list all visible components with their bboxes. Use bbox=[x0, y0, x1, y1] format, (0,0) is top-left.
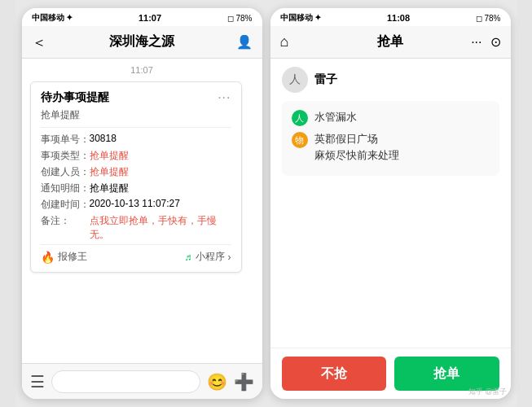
order-number-value: 30818 bbox=[90, 133, 117, 147]
field-creator: 创建人员： 抢单提醒 bbox=[41, 165, 231, 179]
right-status-bar: 中国移动 ✦ 11:08 ◻ 78% bbox=[270, 8, 511, 26]
mini-program-label: 小程序 bbox=[196, 250, 225, 264]
footer-app-name: 🔥 报修王 bbox=[41, 250, 87, 264]
avatar-icon: 人 bbox=[289, 72, 301, 87]
right-carrier: 中国移动 ✦ bbox=[280, 12, 322, 24]
person-name: 雷子 bbox=[314, 72, 337, 87]
avatar: 人 bbox=[282, 67, 308, 93]
right-nav-title: 抢单 bbox=[377, 33, 403, 50]
note-value: 点我立即抢单，手快有，手慢无。 bbox=[90, 214, 231, 242]
back-button[interactable]: ＜ bbox=[32, 33, 46, 52]
field-type: 事项类型： 抢单提醒 bbox=[41, 149, 231, 163]
chat-input-bar: ☰ 😊 ➕ bbox=[22, 363, 262, 399]
chat-content: 11:07 待办事项提醒 ··· 抢单提醒 事项单号： 30818 事项类型： … bbox=[22, 59, 262, 363]
message-menu[interactable]: ··· bbox=[218, 90, 231, 105]
grab-content: 人 雷子 人 水管漏水 物 英郡假日广场麻烦尽快前来处理 bbox=[270, 59, 511, 348]
type-label: 事项类型： bbox=[41, 149, 90, 163]
message-title: 待办事项提醒 bbox=[41, 90, 109, 105]
field-time: 创建时间： 2020-10-13 11:07:27 bbox=[41, 198, 231, 212]
message-header: 待办事项提醒 ··· bbox=[41, 90, 231, 105]
message-subtitle: 抢单提醒 bbox=[41, 108, 231, 122]
home-button[interactable]: ⌂ bbox=[280, 33, 289, 50]
type-value: 抢单提醒 bbox=[90, 149, 129, 163]
left-time: 11:07 bbox=[138, 13, 161, 23]
detail-row-service: 人 水管漏水 bbox=[292, 109, 490, 126]
no-grab-button[interactable]: 不抢 bbox=[282, 357, 387, 391]
location-icon: 物 bbox=[292, 132, 308, 148]
field-order-number: 事项单号： 30818 bbox=[41, 133, 231, 147]
left-nav-bar: ＜ 深圳海之源 👤 bbox=[22, 26, 262, 59]
watermark: 知乎 @雷子 bbox=[468, 387, 508, 397]
yes-grab-button[interactable]: 抢单 bbox=[394, 357, 499, 391]
fire-icon: 🔥 bbox=[41, 251, 55, 264]
time-value: 2020-10-13 11:07:27 bbox=[90, 198, 180, 212]
field-notify: 通知明细： 抢单提醒 bbox=[41, 182, 231, 195]
left-nav-title: 深圳海之源 bbox=[109, 33, 174, 50]
message-bubble[interactable]: 待办事项提醒 ··· 抢单提醒 事项单号： 30818 事项类型： 抢单提醒 创… bbox=[30, 81, 242, 273]
profile-icon[interactable]: 👤 bbox=[236, 34, 253, 50]
field-note: 备注： 点我立即抢单，手快有，手慢无。 bbox=[41, 214, 231, 242]
right-battery: ◻ 78% bbox=[476, 14, 501, 23]
left-phone: 中国移动 ✦ 11:07 ◻ 78% ＜ 深圳海之源 👤 11:07 待办事项提… bbox=[22, 8, 262, 399]
location-text: 英郡假日广场麻烦尽快前来处理 bbox=[314, 131, 399, 163]
bubble-footer: 🔥 报修王 ♬ 小程序 › bbox=[41, 244, 231, 264]
arrow-icon: › bbox=[228, 252, 231, 263]
left-carrier: 中国移动 ✦ bbox=[32, 12, 73, 24]
service-icon: 人 bbox=[292, 110, 308, 126]
right-phone: 中国移动 ✦ 11:08 ◻ 78% ⌂ 抢单 ··· ⊙ 人 雷子 人 bbox=[270, 8, 511, 399]
add-icon[interactable]: ➕ bbox=[234, 372, 254, 392]
right-time: 11:08 bbox=[387, 13, 410, 23]
detail-card: 人 水管漏水 物 英郡假日广场麻烦尽快前来处理 bbox=[282, 101, 499, 176]
left-battery: ◻ 78% bbox=[227, 14, 253, 23]
note-label: 备注： bbox=[41, 214, 90, 242]
left-status-bar: 中国移动 ✦ 11:07 ◻ 78% bbox=[22, 8, 262, 26]
right-nav-actions: ··· ⊙ bbox=[471, 34, 500, 50]
time-label: 创建时间： bbox=[41, 198, 90, 212]
menu-button[interactable]: ··· bbox=[471, 35, 481, 50]
notify-value: 抢单提醒 bbox=[90, 182, 129, 195]
detail-row-location: 物 英郡假日广场麻烦尽快前来处理 bbox=[292, 131, 490, 163]
service-text: 水管漏水 bbox=[314, 109, 357, 125]
app-name: 报修王 bbox=[58, 250, 87, 264]
creator-label: 创建人员： bbox=[41, 165, 90, 179]
footer-mini-program[interactable]: ♬ 小程序 › bbox=[185, 250, 231, 264]
right-nav-bar: ⌂ 抢单 ··· ⊙ bbox=[270, 26, 511, 59]
record-button[interactable]: ⊙ bbox=[490, 34, 501, 50]
voice-toggle-icon[interactable]: ☰ bbox=[30, 372, 45, 392]
notify-label: 通知明细： bbox=[41, 182, 90, 195]
order-number-label: 事项单号： bbox=[41, 133, 90, 147]
chat-input-field[interactable] bbox=[51, 370, 200, 393]
mini-program-icon: ♬ bbox=[185, 252, 192, 263]
creator-value: 抢单提醒 bbox=[90, 165, 129, 179]
emoji-icon[interactable]: 😊 bbox=[207, 372, 227, 392]
chat-timestamp: 11:07 bbox=[30, 59, 254, 78]
person-row: 人 雷子 bbox=[282, 67, 499, 93]
